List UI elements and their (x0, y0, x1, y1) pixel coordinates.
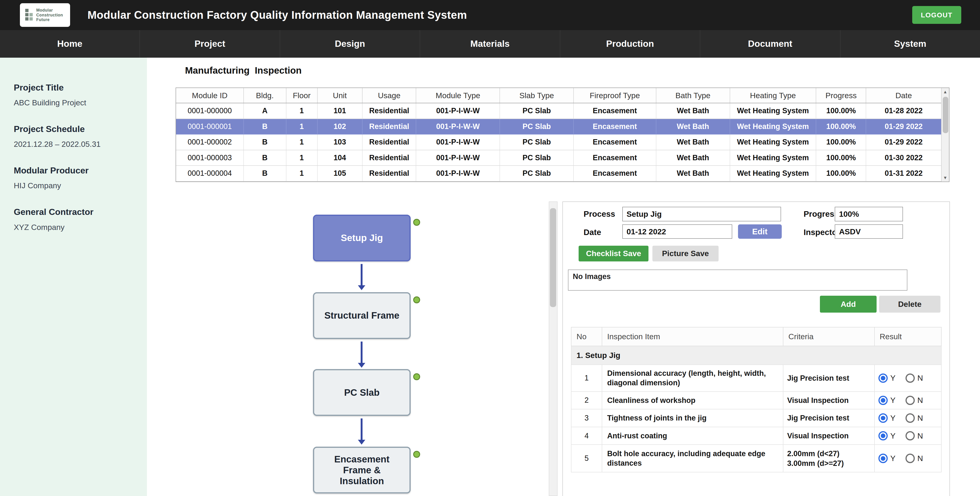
table-cell: 001-P-I-W-W (416, 166, 500, 181)
progress-input[interactable] (835, 207, 903, 221)
table-cell: Wet Heating System (730, 134, 816, 150)
table-cell: 01-31 2022 (866, 166, 941, 181)
radio-n[interactable] (905, 396, 915, 405)
scroll-thumb[interactable] (943, 97, 948, 133)
delete-button[interactable]: Delete (879, 296, 940, 313)
table-cell: Wet Bath (656, 103, 730, 119)
process-input[interactable] (622, 207, 781, 221)
module-table: Module ID Bldg. Floor Unit Usage Module … (176, 88, 949, 182)
table-cell: 01-29 2022 (866, 119, 941, 134)
radio-y[interactable] (878, 373, 888, 383)
radio-n[interactable] (905, 373, 915, 383)
inspection-criteria: Visual Inspection (783, 392, 874, 409)
inspector-input[interactable] (835, 224, 903, 239)
logout-button[interactable]: LOGOUT (912, 6, 961, 24)
picture-save-button[interactable]: Picture Save (652, 246, 719, 262)
table-row[interactable]: 0001-000002 B 1 103 Residential 001-P-I-… (176, 134, 941, 150)
table-row[interactable]: 0001-000003 B 1 104 Residential 001-P-I-… (176, 150, 941, 166)
nav-item-materials[interactable]: Materials (420, 30, 560, 57)
add-button[interactable]: Add (820, 296, 877, 313)
checklist-save-button[interactable]: Checklist Save (579, 246, 649, 262)
radio-n[interactable] (905, 413, 915, 423)
table-cell: 001-P-I-W-W (416, 150, 500, 166)
module-table-header-row: Module ID Bldg. Floor Unit Usage Module … (176, 88, 941, 103)
process-label: Process (584, 209, 615, 218)
table-cell: Encasement (574, 119, 656, 134)
flow-step-encasement-frame-insulation[interactable]: Encasement Frame & Insulation (313, 447, 410, 494)
table-cell: Wet Heating System (730, 119, 816, 134)
module-table-scrollbar[interactable]: ▲ ▼ (941, 88, 949, 181)
table-cell: Wet Heating System (730, 166, 816, 181)
module-table-header-cell: Progress (816, 88, 866, 103)
table-cell: B (243, 150, 286, 166)
flow-step-structural-frame[interactable]: Structural Frame (313, 292, 410, 339)
radio-y[interactable] (878, 431, 888, 441)
table-cell: 105 (317, 166, 363, 181)
result-radio-group: Y N (878, 431, 937, 441)
table-cell: 104 (317, 150, 363, 166)
radio-y[interactable] (878, 396, 888, 405)
table-cell: Encasement (574, 134, 656, 150)
table-cell: Wet Bath (656, 150, 730, 166)
table-row[interactable]: 0001-000001 B 1 102 Residential 001-P-I-… (176, 119, 941, 134)
nav-item-project[interactable]: Project (140, 30, 280, 57)
flow-arrow-icon (361, 418, 363, 448)
radio-n[interactable] (905, 431, 915, 441)
scroll-up-icon[interactable]: ▲ (943, 89, 947, 94)
edit-button[interactable]: Edit (738, 224, 782, 239)
page-title: Manufacturing Inspection (185, 65, 302, 76)
radio-n[interactable] (905, 454, 915, 463)
table-cell: 103 (317, 134, 363, 150)
table-cell: 100.00% (816, 103, 866, 119)
table-cell: 1 (286, 103, 317, 119)
logo-building-icon (24, 7, 34, 22)
flow-step-pc-slab[interactable]: PC Slab (313, 369, 410, 416)
scroll-down-icon[interactable]: ▼ (943, 175, 947, 180)
nav-item-design[interactable]: Design (280, 30, 420, 57)
inspection-no: 5 (571, 445, 602, 472)
table-row[interactable]: 0001-000000 A 1 101 Residential 001-P-I-… (176, 103, 941, 119)
images-box: No Images (568, 270, 907, 291)
flow-step-label: PC Slab (344, 387, 380, 398)
sidebar-section-label: Modular Producer (14, 166, 135, 175)
inspection-item: Bolt hole accuracy, including adequate e… (602, 445, 783, 472)
sidebar-section-value: XYZ Company (14, 223, 135, 232)
table-cell: PC Slab (500, 119, 574, 134)
table-cell: 001-P-I-W-W (416, 119, 500, 134)
table-row[interactable]: 0001-000004 B 1 105 Residential 001-P-I-… (176, 166, 941, 181)
table-cell: 0001-000001 (176, 119, 243, 134)
radio-n-label: N (917, 373, 923, 383)
table-cell: 0001-000003 (176, 150, 243, 166)
sidebar-section-project-schedule: Project Schedule 2021.12.28 – 2022.05.31 (14, 124, 135, 149)
inspection-header-cell: Result (875, 327, 941, 346)
module-table-header-cell: Module ID (176, 88, 243, 103)
progress-label: Progress (803, 209, 838, 218)
module-table-header-cell: Module Type (416, 88, 500, 103)
module-table-header-cell: Usage (362, 88, 416, 103)
nav-item-document[interactable]: Document (700, 30, 840, 57)
result-radio-group: Y N (878, 413, 937, 423)
flow-arrow-icon (361, 264, 363, 294)
flow-step-setup-jig[interactable]: Setup Jig (313, 215, 410, 262)
nav-item-production[interactable]: Production (560, 30, 700, 57)
status-dot-icon (413, 297, 420, 303)
inspection-criteria: Jig Precision test (783, 409, 874, 427)
nav-item-system[interactable]: System (840, 30, 980, 57)
flow-step-label: Encasement Frame & Insulation (325, 454, 399, 486)
date-input[interactable] (622, 224, 732, 239)
detail-scrollbar[interactable] (549, 201, 558, 496)
radio-y[interactable] (878, 454, 888, 463)
table-cell: PC Slab (500, 166, 574, 181)
nav-item-home[interactable]: Home (0, 30, 140, 57)
inspection-table-header-row: No Inspection Item Criteria Result (571, 327, 941, 346)
table-cell: 1 (286, 119, 317, 134)
table-cell: B (243, 119, 286, 134)
detail-scroll-thumb[interactable] (550, 208, 556, 307)
process-detail-panel: Process Progress Date Edit Inspector Che… (562, 201, 950, 496)
flow-step-label: Setup Jig (341, 233, 383, 243)
radio-y[interactable] (878, 413, 888, 423)
logo-text: Modular Construction Future (36, 8, 63, 22)
app-title: Modular Construction Factory Quality Inf… (88, 9, 467, 21)
table-cell: 1 (286, 134, 317, 150)
inspection-item: Cleanliness of workshop (602, 392, 783, 409)
